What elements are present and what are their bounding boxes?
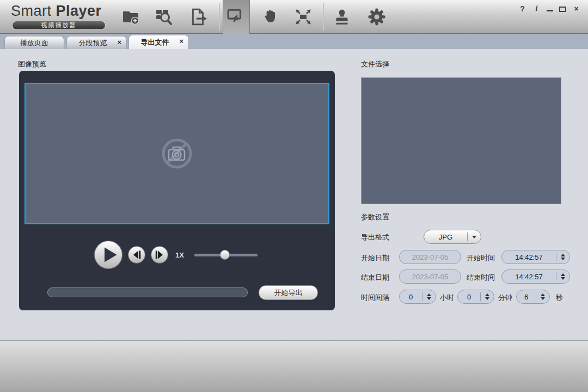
start-time-label: 开始时间: [467, 253, 495, 263]
preview-section-title: 图像预览: [18, 59, 46, 69]
select-tool-icon[interactable]: [226, 8, 245, 26]
play-button[interactable]: [94, 240, 123, 270]
tab-close-icon[interactable]: ×: [179, 36, 183, 47]
settings-gear-icon[interactable]: [367, 8, 386, 26]
tab-segment-preview[interactable]: 分段预览 ×: [66, 36, 127, 49]
interval-hours-field[interactable]: 0: [399, 290, 436, 304]
file-select-section-title: 文件选择: [361, 59, 389, 69]
start-export-button[interactable]: 开始导出: [259, 285, 318, 300]
start-date-label: 开始日期: [361, 253, 389, 263]
spinner-buttons[interactable]: [481, 293, 494, 300]
interval-seconds-value: 6: [517, 293, 536, 301]
end-date-value: 2023-07-05: [400, 273, 461, 281]
chevron-down-icon[interactable]: [468, 236, 481, 238]
interval-minutes-unit: 分钟: [498, 293, 512, 303]
minimize-button[interactable]: [547, 10, 553, 11]
fit-screen-icon[interactable]: [294, 8, 313, 26]
prev-frame-button[interactable]: [127, 246, 146, 264]
timeline-bar: 0123456789101112131415161718192021222324: [0, 340, 588, 392]
spinner-buttons[interactable]: [422, 293, 436, 300]
end-date-label: 结束日期: [361, 273, 389, 283]
next-frame-button[interactable]: [150, 246, 169, 264]
export-format-dropdown[interactable]: JPG: [424, 230, 481, 244]
app-subtitle: 视频播放器: [12, 21, 106, 30]
help-button[interactable]: ?: [518, 4, 526, 13]
toolbar-separator: [219, 3, 219, 30]
window-controls: ? i ×: [518, 4, 580, 13]
maximize-button[interactable]: [559, 7, 566, 12]
segment-search-icon[interactable]: [155, 8, 173, 26]
interval-minutes-field[interactable]: 0: [457, 290, 494, 304]
time-spinner-buttons[interactable]: [556, 273, 569, 280]
export-format-value: JPG: [424, 233, 467, 241]
end-time-label: 结束时间: [467, 273, 495, 283]
file-select-area[interactable]: [361, 77, 561, 204]
hand-tool-icon[interactable]: [260, 8, 279, 26]
start-date-value: 2023-07-05: [400, 253, 461, 261]
interval-seconds-unit: 秒: [556, 293, 563, 303]
end-time-value: 14:42:57: [502, 273, 556, 281]
tab-label: 导出文件: [141, 38, 169, 46]
playback-speed-label: 1X: [175, 251, 184, 259]
camera-off-icon: [160, 136, 194, 171]
toolbar-separator: [323, 3, 323, 30]
tab-close-icon[interactable]: ×: [117, 37, 121, 48]
interval-seconds-field[interactable]: 6: [516, 290, 550, 304]
start-time-value: 14:42:57: [502, 253, 556, 261]
open-file-icon[interactable]: [121, 8, 140, 26]
start-time-field[interactable]: 14:42:57: [501, 250, 570, 264]
interval-minutes-value: 0: [458, 293, 480, 301]
tab-play-page[interactable]: 播放页面: [4, 36, 64, 49]
export-format-label: 导出格式: [361, 232, 389, 242]
snapshot-stamp-icon[interactable]: [333, 8, 351, 26]
interval-hours-unit: 小时: [440, 293, 454, 303]
spinner-buttons[interactable]: [536, 293, 549, 300]
tab-export-file[interactable]: 导出文件 ×: [128, 35, 189, 49]
titlebar: Smart Player 视频播放器 ? i: [0, 0, 588, 34]
end-date-field[interactable]: 2023-07-05: [399, 270, 461, 284]
tab-label: 播放页面: [20, 39, 48, 47]
export-file-icon[interactable]: [189, 8, 207, 26]
speed-slider-thumb[interactable]: [220, 250, 230, 260]
smart-player-window: Smart Player 视频播放器 ? i: [0, 0, 588, 392]
export-progress-bar: [47, 287, 248, 297]
params-section-title: 参数设置: [361, 212, 389, 222]
info-button[interactable]: i: [532, 4, 541, 13]
start-date-field[interactable]: 2023-07-05: [399, 250, 461, 264]
tab-label: 分段预览: [79, 39, 107, 47]
app-logo: Smart Player: [11, 3, 102, 20]
end-time-field[interactable]: 14:42:57: [501, 270, 570, 284]
time-spinner-buttons[interactable]: [556, 254, 569, 260]
close-button[interactable]: ×: [572, 4, 580, 13]
interval-hours-value: 0: [400, 293, 422, 301]
interval-label: 时间间隔: [361, 293, 389, 303]
